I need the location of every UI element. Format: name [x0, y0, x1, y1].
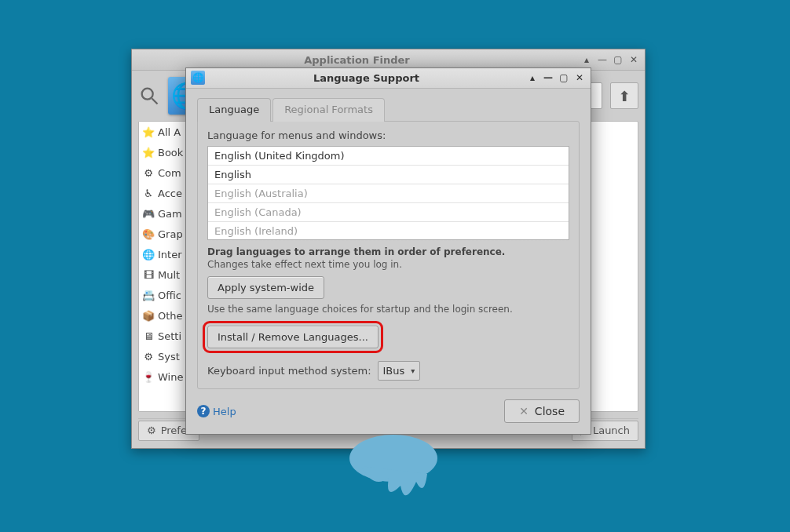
tab-language[interactable]: Language: [197, 98, 271, 122]
sidebar-item-label: Setti: [158, 330, 181, 342]
sidebar-item-label: Inter: [158, 249, 182, 261]
gear-icon: ⚙: [142, 350, 155, 363]
multimedia-icon: 🎞: [142, 268, 155, 281]
tab-panel-language: Language for menus and windows: English …: [197, 121, 580, 389]
same-choices-hint: Use the same language choices for startu…: [207, 304, 569, 315]
sidebar-item-label: Syst: [158, 351, 180, 363]
other-icon: 📦: [142, 309, 155, 322]
appfinder-title: Application Finder: [137, 54, 577, 66]
wine-icon: 🍷: [142, 370, 155, 383]
language-list[interactable]: English (United Kingdom) English English…: [207, 146, 569, 240]
sidebar-item-label: Othe: [158, 310, 183, 322]
globe-icon: 🌐: [142, 248, 155, 261]
close-icon[interactable]: ✕: [627, 53, 640, 66]
language-row[interactable]: English (Canada): [208, 203, 569, 222]
keyboard-input-select[interactable]: IBus: [378, 361, 421, 381]
language-support-window: 🌐 Language Support ▴ — ▢ ✕ Language Regi…: [185, 67, 591, 435]
sidebar-item-label: Wine: [158, 371, 183, 383]
keyboard-input-value: IBus: [383, 365, 405, 377]
star-icon: ⭐: [142, 126, 155, 138]
language-row[interactable]: English (United Kingdom): [208, 147, 569, 166]
minimize-icon[interactable]: —: [542, 71, 554, 84]
sidebar-item-label: Acce: [158, 188, 182, 199]
drag-hint-sub: Changes take effect next time you log in…: [207, 259, 569, 270]
graphics-icon: 🎨: [142, 228, 155, 240]
language-row[interactable]: English (Australia): [208, 184, 569, 203]
svg-line-1: [152, 99, 158, 104]
maximize-icon[interactable]: ▢: [558, 71, 570, 84]
rollup-icon[interactable]: ▴: [526, 71, 539, 84]
sidebar-item-label: All A: [158, 126, 181, 138]
launch-label: Launch: [593, 425, 630, 436]
tab-regional-formats[interactable]: Regional Formats: [272, 98, 385, 122]
close-label: Close: [535, 405, 565, 417]
sidebar-item-label: Gam: [158, 208, 182, 220]
language-titlebar: 🌐 Language Support ▴ — ▢ ✕: [186, 68, 591, 89]
language-row[interactable]: English (Ireland): [208, 222, 569, 241]
drag-hint: Drag languages to arrange them in order …: [207, 246, 569, 257]
keyboard-input-row: Keyboard input method system: IBus: [207, 361, 569, 381]
sidebar-item-label: Grap: [158, 228, 183, 240]
accessibility-icon: ♿: [142, 187, 155, 199]
xfce-mouse-icon: [346, 435, 441, 517]
drag-hint-bold: Drag languages to arrange them in order …: [207, 246, 505, 257]
close-x-icon: ✕: [519, 405, 528, 417]
language-row[interactable]: English: [208, 166, 569, 184]
up-arrow-button[interactable]: ⬆: [610, 82, 638, 109]
maximize-icon[interactable]: ▢: [612, 53, 624, 66]
sidebar-item-label: Com: [158, 167, 181, 179]
sidebar-item-label: Offic: [158, 290, 181, 301]
settings-icon: 🖥: [142, 330, 155, 342]
tab-bar: Language Regional Formats: [197, 98, 580, 122]
sidebar-item-label: Mult: [158, 269, 180, 281]
install-remove-languages-button[interactable]: Install / Remove Languages...: [207, 326, 379, 348]
office-icon: 📇: [142, 289, 155, 301]
help-label: Help: [213, 406, 236, 417]
help-link[interactable]: ?Help: [197, 405, 236, 417]
star-icon: ⭐: [142, 146, 155, 159]
games-icon: 🎮: [142, 207, 155, 220]
sidebar-item-label: Book: [158, 147, 183, 159]
rollup-icon[interactable]: ▴: [580, 53, 593, 66]
minimize-icon[interactable]: —: [596, 53, 609, 66]
language-title: Language Support: [210, 72, 523, 84]
gear-icon: ⚙: [147, 425, 156, 436]
apply-system-wide-button[interactable]: Apply system-wide: [207, 276, 324, 299]
close-icon[interactable]: ✕: [573, 71, 586, 84]
search-icon: [138, 85, 160, 107]
globe-icon: 🌐: [191, 71, 205, 85]
help-icon: ?: [197, 405, 210, 417]
language-footer: ?Help ✕Close: [186, 399, 591, 434]
language-body: Language Regional Formats Language for m…: [186, 89, 591, 399]
menus-windows-label: Language for menus and windows:: [207, 129, 569, 141]
close-button[interactable]: ✕Close: [504, 399, 580, 423]
keyboard-input-label: Keyboard input method system:: [207, 365, 371, 377]
gear-icon: ⚙: [142, 166, 155, 179]
svg-point-0: [142, 89, 153, 100]
